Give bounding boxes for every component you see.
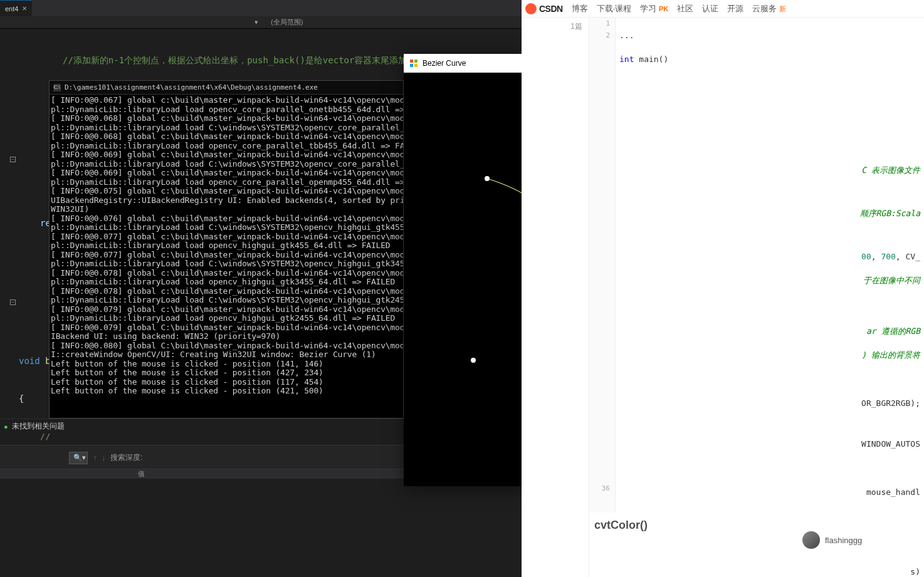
csdn-sidebar: 1篇 xyxy=(522,18,589,577)
csdn-code-block[interactable]: ... int main() C 表示图像文件 顺序RGB:Scala 00, … xyxy=(619,18,920,577)
article-heading: cvtColor() xyxy=(594,519,648,532)
new-badge: 新 xyxy=(779,5,786,13)
nav-opensource[interactable]: 开源 xyxy=(727,3,743,14)
nav-cert[interactable]: 认证 xyxy=(702,3,718,14)
search-depth-label: 搜索深度: xyxy=(110,452,142,463)
console-output[interactable]: [ INFO:0@0.067] global c:\build\master_w… xyxy=(50,95,403,397)
scope-text: (全局范围) xyxy=(271,18,303,27)
nav-community[interactable]: 社区 xyxy=(677,3,693,14)
pk-badge: PK xyxy=(659,5,668,13)
nav-learn-label: 学习 xyxy=(640,4,656,13)
svg-rect-3 xyxy=(414,64,417,67)
csdn-logo-text: CSDN xyxy=(539,4,563,14)
code-fragment: ) 输出的背景将 xyxy=(619,349,920,361)
editor-tab-active[interactable]: ent4 ✕ xyxy=(0,0,32,16)
nav-learn[interactable]: 学习 PK xyxy=(640,3,668,14)
svg-rect-0 xyxy=(410,60,413,63)
control-point[interactable] xyxy=(471,358,476,363)
nav-cloud-label: 云服务 xyxy=(752,4,777,13)
code-fragment: 顺序RGB:Scala xyxy=(619,207,920,219)
code-fragment: s) xyxy=(619,566,920,577)
code-line: int main() xyxy=(619,53,920,65)
article-count: 1篇 xyxy=(522,21,582,32)
csdn-page: CSDN 博客 下载·课程 学习 PK 社区 认证 开源 云服务 新 1篇 1 … xyxy=(522,0,924,577)
nav-blog[interactable]: 博客 xyxy=(572,3,588,14)
tab-label: ent4 xyxy=(5,5,18,13)
console-title-text: D:\games101\assignment4\assignment4\x64\… xyxy=(65,83,318,91)
control-point[interactable] xyxy=(485,176,490,181)
debug-console-window[interactable]: C:\ D:\games101\assignment4\assignment4\… xyxy=(49,80,404,418)
code-fragment: 00, 700, CV_ xyxy=(619,251,920,263)
svg-rect-2 xyxy=(410,64,413,67)
tab-close-icon[interactable]: ✕ xyxy=(22,5,27,12)
brace: { xyxy=(19,393,24,403)
line-number: 36 xyxy=(589,482,615,494)
csdn-logo[interactable]: CSDN xyxy=(525,3,563,14)
search-prev-icon[interactable]: ↑ xyxy=(93,454,97,462)
csdn-header: CSDN 博客 下载·课程 学习 PK 社区 认证 开源 云服务 新 xyxy=(522,0,924,18)
nav-download[interactable]: 下载·课程 xyxy=(597,3,632,14)
scope-dropdown[interactable]: ▾ (全局范围) xyxy=(0,16,522,29)
chevron-down-icon: ▾ xyxy=(255,18,258,26)
code-fragment: C 表示图像文件 xyxy=(619,164,920,176)
line-number: 1 xyxy=(589,18,615,29)
editor-tabbar: ent4 ✕ xyxy=(0,0,522,16)
status-text: 未找到相关问题 xyxy=(12,421,65,432)
svg-rect-1 xyxy=(414,60,417,63)
code-line: ... xyxy=(619,29,920,41)
code-fragment: mouse_handl xyxy=(619,486,920,498)
code-fragment: 于在图像中不同 xyxy=(619,274,920,286)
editor-gutter: − − xyxy=(0,29,15,417)
author-box[interactable]: flashinggg xyxy=(802,531,862,549)
console-titlebar[interactable]: C:\ D:\games101\assignment4\assignment4\… xyxy=(50,81,403,95)
nav-cloud[interactable]: 云服务 新 xyxy=(752,3,786,14)
cmd-icon: C:\ xyxy=(53,84,61,91)
code-fragment: OR_BGR2RGB); xyxy=(619,397,920,409)
author-name: flashinggg xyxy=(825,536,862,545)
search-input[interactable]: 🔍▾ xyxy=(69,452,88,464)
code-comment: //添加新的n-1个控制点，根据公式给出坐标，push_back()是给vect… xyxy=(63,55,433,65)
csdn-article[interactable]: 1 2 36 ... int main() C 表示图像文件 顺序RGB:Sca… xyxy=(589,18,924,577)
code-line-gutter: 1 2 36 xyxy=(589,18,616,512)
csdn-body: 1篇 1 2 36 ... int main() C 表示图像文件 顺序RGB:… xyxy=(522,18,924,577)
code-fragment: ar 遵循的RGB xyxy=(619,325,920,337)
author-avatar[interactable] xyxy=(802,531,820,549)
line-number: 2 xyxy=(589,29,615,41)
watch-panel[interactable] xyxy=(0,479,522,577)
app-icon xyxy=(409,58,419,68)
search-next-icon[interactable]: ↓ xyxy=(102,454,105,462)
csdn-logo-icon xyxy=(525,3,537,14)
code-fragment: WINDOW_AUTOS xyxy=(619,438,920,450)
check-icon: ● xyxy=(4,423,8,430)
value-column-header: 值 xyxy=(138,470,145,477)
